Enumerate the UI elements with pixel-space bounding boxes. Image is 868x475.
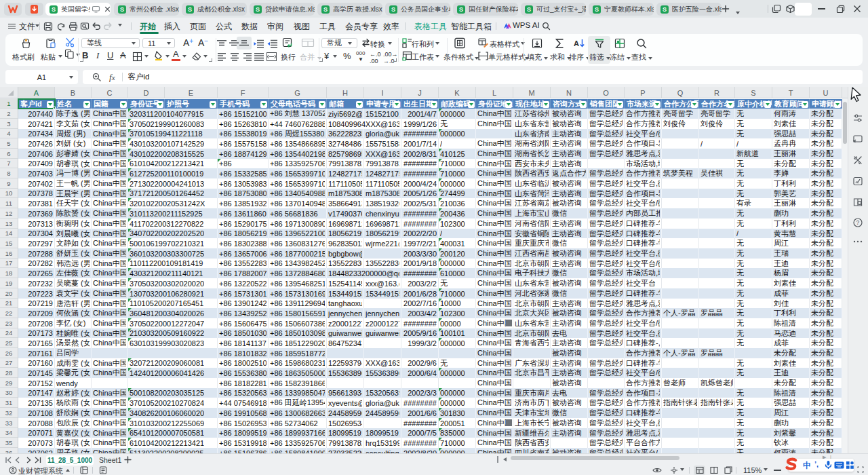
svg-text:A: A [574, 39, 579, 48]
svg-text:?: ? [856, 219, 860, 226]
